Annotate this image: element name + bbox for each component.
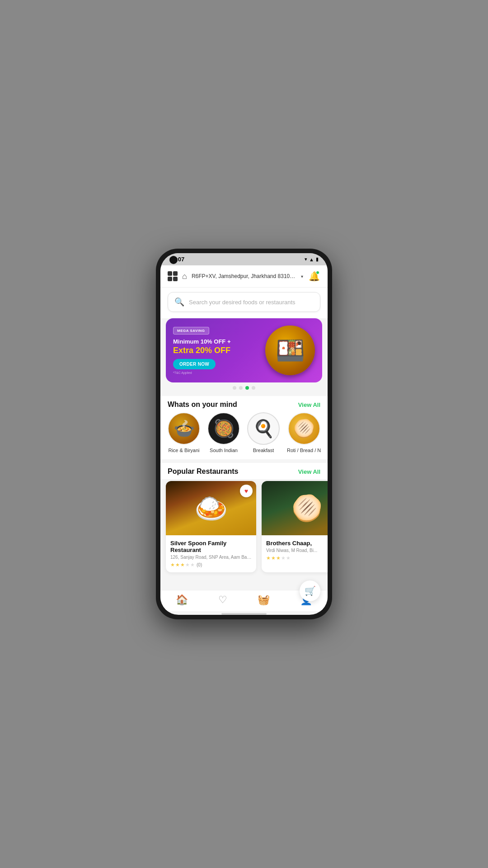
carousel-dot-1[interactable] <box>233 386 236 390</box>
roti-icon: 🫓 <box>293 419 314 439</box>
banner-section: MEGA SAVING Minimum 10% OFF + Extra 20% … <box>160 318 328 396</box>
restaurant-info-1: Silver Spoon Family Restaurant 126, Sanj… <box>166 535 256 572</box>
category-item-roti[interactable]: 🫓 Roti / Bread / N <box>287 412 321 453</box>
stars-1: ★ ★ ★ ★ ★ <box>170 562 195 568</box>
whats-on-mind-section: Whats on your mind View All 🍲 Rice & Bir… <box>160 396 328 459</box>
star-8: ★ <box>276 555 281 561</box>
category-label-roti: Roti / Bread / N <box>287 448 321 453</box>
app-logo[interactable] <box>168 271 178 281</box>
star-1: ★ <box>170 562 175 568</box>
search-container: 🔍 Search your desired foods or restauran… <box>160 288 328 318</box>
banner-line2: Extra 20% OFF <box>173 346 252 355</box>
star-3: ★ <box>180 562 185 568</box>
star-4: ★ <box>185 562 190 568</box>
category-item-biryani[interactable]: 🍲 Rice & Biryani <box>168 412 200 453</box>
rating-count-1: (0) <box>197 562 202 567</box>
search-bar[interactable]: 🔍 Search your desired foods or restauran… <box>168 292 320 312</box>
banner-food-image: 🍱 <box>256 326 315 375</box>
banner-text-area: MEGA SAVING Minimum 10% OFF + Extra 20% … <box>173 326 252 374</box>
scroll-content[interactable]: 🔍 Search your desired foods or restauran… <box>160 288 328 590</box>
restaurant-image-2 <box>262 481 328 535</box>
category-label-south-indian: South Indian <box>210 448 238 453</box>
status-bar: 11:07 ▾ ▲ ▮ <box>160 253 328 265</box>
mega-saving-badge: MEGA SAVING <box>173 327 209 335</box>
nav-home[interactable]: 🏠 <box>176 594 188 606</box>
search-input[interactable]: Search your desired foods or restaurants <box>189 299 296 306</box>
restaurant-name-2: Brothers Chaap, <box>266 540 328 547</box>
view-all-restaurants-button[interactable]: View All <box>298 468 320 475</box>
search-icon: 🔍 <box>174 297 184 307</box>
home-nav-icon: 🏠 <box>176 594 188 606</box>
category-item-breakfast[interactable]: 🍳 Breakfast <box>247 412 280 453</box>
battery-icon: ▮ <box>316 256 319 262</box>
biryani-icon: 🍲 <box>174 419 195 439</box>
banner-line1: Minimum 10% OFF + <box>173 338 252 345</box>
status-icons: ▾ ▲ ▮ <box>305 256 319 262</box>
popular-restaurants-section: Popular Restaurants View All ♥ Silver Sp… <box>160 463 328 580</box>
app-header: ⌂ R6FP+XV, Jamshedpur, Jharkhand 831012,… <box>160 265 328 288</box>
signal-icon: ▲ <box>309 257 314 262</box>
breakfast-icon: 🍳 <box>253 419 274 439</box>
south-indian-icon: 🥘 <box>213 419 235 439</box>
restaurant-image-container-1: ♥ <box>166 481 256 535</box>
carousel-dot-4[interactable] <box>252 386 255 390</box>
popular-restaurants-header: Popular Restaurants View All <box>160 463 328 479</box>
restaurant-rating-2: ★ ★ ★ ★ ★ <box>266 555 328 561</box>
carousel-dot-3[interactable] <box>245 386 249 390</box>
dropdown-icon[interactable]: ▾ <box>301 274 303 279</box>
nav-favorites[interactable]: ♡ <box>218 594 227 606</box>
cart-nav-icon: 🧺 <box>258 594 270 606</box>
view-all-mind-button[interactable]: View All <box>298 401 320 408</box>
notification-dot <box>316 271 319 274</box>
notification-bell[interactable]: 🔔 <box>308 270 320 283</box>
category-circle-biryani: 🍲 <box>168 412 200 445</box>
restaurant-address-1: 126, Sanjay Road, SNP Area, Aam Bagan, S… <box>170 555 252 560</box>
restaurant-name-1: Silver Spoon Family Restaurant <box>170 540 252 553</box>
whats-on-mind-header: Whats on your mind View All <box>160 396 328 412</box>
food-plate-main: 🍱 <box>265 326 315 375</box>
camera-notch <box>169 256 178 264</box>
star-10: ★ <box>286 555 291 561</box>
carousel-dots <box>166 382 322 392</box>
restaurant-address-2: Virdi Niwas, M Road, Bi... <box>266 548 328 553</box>
cart-fab-icon: 🛒 <box>305 585 316 596</box>
restaurant-card-2[interactable]: Brothers Chaap, Virdi Niwas, M Road, Bi.… <box>262 481 328 572</box>
whats-on-mind-title: Whats on your mind <box>168 401 237 409</box>
category-circle-roti: 🫓 <box>288 412 320 445</box>
restaurant-card-1[interactable]: ♥ Silver Spoon Family Restaurant 126, Sa… <box>166 481 256 572</box>
category-label-biryani: Rice & Biryani <box>168 448 199 453</box>
favorites-nav-icon: ♡ <box>218 594 227 606</box>
banner-card[interactable]: MEGA SAVING Minimum 10% OFF + Extra 20% … <box>166 318 322 382</box>
phone-screen: 11:07 ▾ ▲ ▮ ⌂ R6FP+XV, Jamshedpur, Jhark… <box>160 253 328 615</box>
category-item-south-indian[interactable]: 🥘 South Indian <box>207 412 240 453</box>
nav-cart[interactable]: 🧺 <box>258 594 270 606</box>
home-icon: ⌂ <box>182 272 187 281</box>
carousel-dot-2[interactable] <box>239 386 243 390</box>
home-indicator <box>221 613 267 615</box>
cart-fab-button[interactable]: 🛒 <box>300 580 320 601</box>
favorite-button-1[interactable]: ♥ <box>240 485 253 497</box>
restaurant-info-2: Brothers Chaap, Virdi Niwas, M Road, Bi.… <box>262 535 328 566</box>
stars-2: ★ ★ ★ ★ ★ <box>266 555 291 561</box>
categories-scroll: 🍲 Rice & Biryani 🥘 South Indian <box>160 412 328 459</box>
wifi-icon: ▾ <box>305 256 307 262</box>
popular-restaurants-title: Popular Restaurants <box>168 467 238 476</box>
star-2: ★ <box>175 562 180 568</box>
restaurant-image-container-2 <box>262 481 328 535</box>
category-circle-south-indian: 🥘 <box>207 412 240 445</box>
star-6: ★ <box>266 555 271 561</box>
category-label-breakfast: Breakfast <box>253 448 274 453</box>
order-now-button[interactable]: ORDER NOW <box>173 359 216 369</box>
restaurant-rating-1: ★ ★ ★ ★ ★ (0) <box>170 562 252 568</box>
star-7: ★ <box>271 555 276 561</box>
star-9: ★ <box>281 555 286 561</box>
banner-tc: *T&C Applied <box>173 371 252 374</box>
category-circle-breakfast: 🍳 <box>247 412 280 445</box>
bottom-nav: 🏠 ♡ 🧺 👤 🛒 <box>160 590 328 611</box>
phone-shell: 11:07 ▾ ▲ ▮ ⌂ R6FP+XV, Jamshedpur, Jhark… <box>156 249 332 619</box>
location-text[interactable]: R6FP+XV, Jamshedpur, Jharkhand 831012, I… <box>192 273 296 279</box>
restaurants-grid: ♥ Silver Spoon Family Restaurant 126, Sa… <box>160 479 328 580</box>
star-5: ★ <box>190 562 195 568</box>
